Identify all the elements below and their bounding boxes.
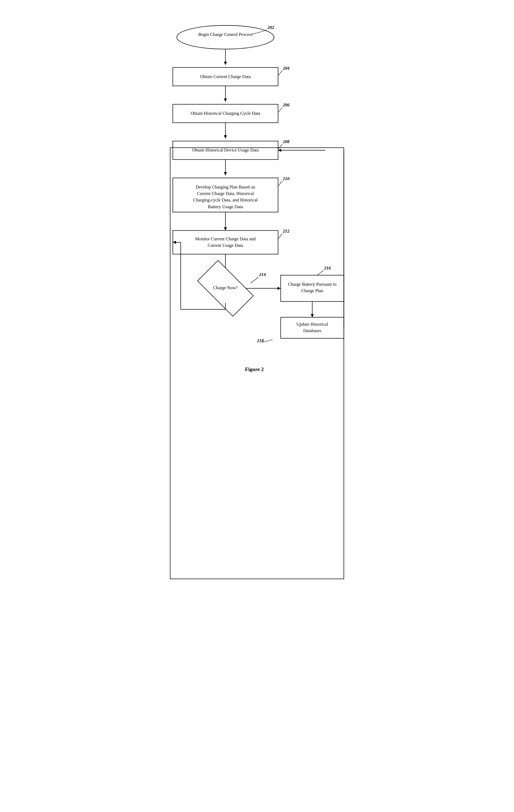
ref-208: 208 (282, 139, 290, 144)
node-216-line2: Charge Plan (301, 288, 323, 293)
flowchart-diagram: Begin Charge Control Process 202 Obtain … (157, 16, 357, 700)
svg-marker-5 (224, 98, 227, 102)
svg-marker-23 (277, 287, 281, 290)
node-204-label: Obtain Current Charge Data (200, 74, 251, 79)
figure-caption: Figure 2 (245, 367, 264, 372)
ref-212: 212 (282, 228, 290, 234)
node-208-label: Obtain Historical Device Usage Data (192, 147, 259, 152)
svg-marker-11 (278, 149, 281, 152)
node-212-line1: Monitor Current Charge Data and (195, 236, 256, 241)
svg-marker-17 (224, 227, 227, 231)
node-202-label: Begin Charge Control Process (198, 32, 253, 37)
svg-rect-18 (173, 231, 278, 254)
node-210-line3: Charging-cycle Data, and Historical (193, 197, 258, 203)
svg-point-0 (177, 25, 274, 49)
ref-216: 216 (324, 265, 331, 270)
ref-214: 214 (259, 272, 266, 277)
node-210-line1: Develop Charging Plan Based on (196, 184, 255, 190)
svg-marker-26 (311, 314, 314, 317)
ref-218: 218 (257, 338, 264, 343)
svg-marker-8 (224, 135, 227, 139)
node-218-line2: Databases (303, 328, 321, 333)
page: Begin Charge Control Process 202 Obtain … (141, 5, 373, 717)
ref-202: 202 (267, 25, 274, 30)
node-210-line4: Battery Usage Data (208, 204, 243, 209)
ref-210: 210 (282, 176, 290, 181)
ref-204: 204 (282, 66, 290, 71)
ref-206: 206 (282, 103, 290, 108)
node-212-line2: Current Usage Data (208, 243, 243, 248)
node-216-line1: Charge Battery Pursuant to (288, 282, 336, 287)
node-214-label: Charge Now? (213, 285, 238, 290)
node-210-line2: Current Charge Data, Historical (197, 191, 254, 196)
svg-marker-2 (224, 62, 227, 65)
node-206-label: Obtain Historical Charging Cycle Data (191, 111, 261, 116)
node-218-line1: Update Historical (296, 322, 328, 327)
svg-marker-13 (224, 172, 227, 175)
svg-rect-27 (281, 317, 344, 338)
